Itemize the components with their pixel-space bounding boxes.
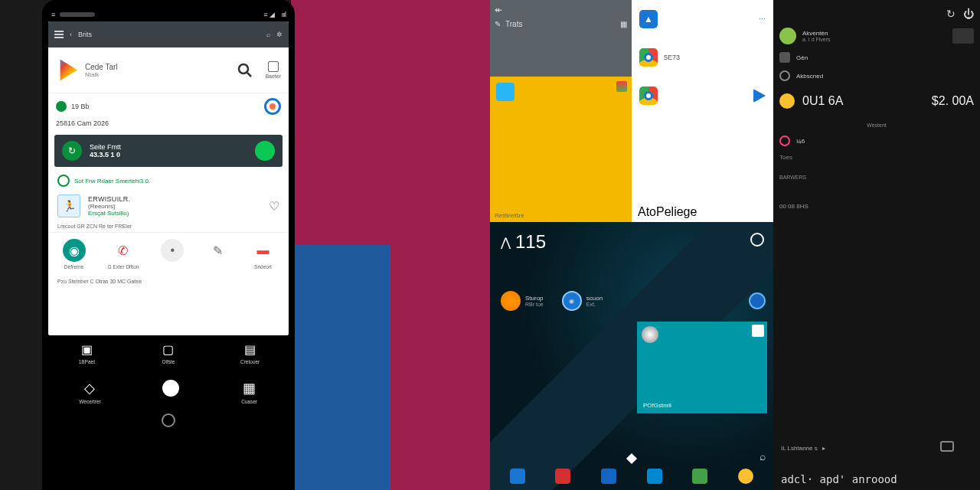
signal-icons: ≡ ◢ ıııl xyxy=(263,11,286,18)
doc-icon: ▤ xyxy=(243,341,258,357)
panel-row[interactable]: Akbscned xyxy=(779,70,974,81)
play-small-icon: ▸ xyxy=(822,445,825,452)
home-app[interactable]: SturopRBr toe xyxy=(501,291,544,311)
time-widget[interactable]: ⋀115 xyxy=(501,231,546,253)
dock-row xyxy=(490,467,773,485)
search-icon[interactable] xyxy=(233,58,257,83)
account-name: Akventèn xyxy=(802,30,831,37)
dock-app-icon[interactable] xyxy=(692,469,707,484)
quick-item[interactable]: ▬Sndeort xyxy=(251,239,274,270)
panel-row[interactable]: Gèn xyxy=(779,52,974,63)
account-row[interactable]: Akventèn a. I d Fivers xyxy=(779,28,974,44)
chrome-icon xyxy=(639,48,658,67)
rect-icon[interactable] xyxy=(940,441,954,452)
phone-screen: ‹ Brits ⌕ ✲ Cede Tarl Ntaik xyxy=(48,21,289,335)
app-row[interactable]: ▲⋯ xyxy=(632,0,773,38)
bg-stripe xyxy=(291,0,390,245)
dock-app-icon[interactable] xyxy=(647,469,662,484)
home-dot-icon xyxy=(162,380,179,397)
app-list-item[interactable]: 🏃 ERWISUILR. (Reeonrs) Ersçat Sutsllio) … xyxy=(48,191,289,220)
quick-item[interactable]: ✎ xyxy=(206,239,229,270)
action-ring-icon[interactable] xyxy=(264,98,281,115)
grid-icon: ▦ xyxy=(241,380,258,397)
nav-item[interactable]: ▤Cretooer xyxy=(211,341,289,364)
home-app[interactable]: ◉scuonExt. xyxy=(562,291,603,311)
quick-item[interactable]: ✆G Exter Difton xyxy=(108,239,139,270)
phone-icon: ✆ xyxy=(112,239,135,262)
date-label: 25816 Cam 2026 xyxy=(56,119,109,127)
nav-item[interactable]: ▣1BPaet xyxy=(48,341,126,364)
status-dot-icon xyxy=(56,101,67,112)
dock-app-icon[interactable] xyxy=(601,469,616,484)
app-row[interactable] xyxy=(632,77,773,115)
app-extra: Ersçat Sutsllio) xyxy=(88,210,261,217)
circle-icon: • xyxy=(161,239,184,262)
settings-icon[interactable]: ✲ xyxy=(276,31,283,38)
info-row: 19 Bb xyxy=(48,93,289,119)
app-row[interactable]: 5E73 xyxy=(632,38,773,77)
back-arrow-icon[interactable]: ↞ xyxy=(490,0,632,20)
play-icon xyxy=(753,89,766,103)
dock-app-icon[interactable] xyxy=(738,469,753,484)
tile-grey[interactable]: ↞ ✎Trats ▦ xyxy=(490,0,632,77)
home-screen[interactable]: ⋀115 SturopRBr toe ◉scuonExt. POfGstnril… xyxy=(490,222,773,490)
widget-icon xyxy=(642,326,658,343)
page-indicator xyxy=(626,453,637,464)
back-icon[interactable]: ‹ xyxy=(70,31,72,38)
bg-stripe xyxy=(390,245,490,490)
dock-app-icon[interactable] xyxy=(510,469,525,484)
edit-row[interactable]: ✎Trats ▦ xyxy=(490,20,632,28)
quick-item[interactable]: • xyxy=(161,239,184,270)
pen-icon: ✎ xyxy=(206,239,229,262)
app-icon: ◉ xyxy=(562,291,582,311)
search-small-icon[interactable]: ⌕ xyxy=(266,31,270,38)
more-icon: ⋯ xyxy=(759,15,766,23)
appbar-title: Brits xyxy=(78,31,92,38)
play-store-icon[interactable] xyxy=(56,60,77,81)
header-title: Cede Tarl xyxy=(85,63,225,71)
widget-teal[interactable]: POfGstnril xyxy=(637,322,767,413)
dock-item[interactable]: ▦Cuaser xyxy=(241,380,258,404)
dock-app-icon[interactable] xyxy=(555,469,570,484)
corner-icon xyxy=(752,325,764,337)
power-icon[interactable]: ⏻ xyxy=(963,8,974,20)
assistant-icon[interactable] xyxy=(749,292,766,309)
tile-label: AtoPeliege xyxy=(632,202,773,222)
weather-icon[interactable] xyxy=(750,233,764,247)
side-panel: ↻ ⏻ Akventèn a. I d Fivers Gèn Akbscned … xyxy=(773,0,980,490)
dock-item[interactable] xyxy=(162,380,179,404)
menu-icon[interactable]: ≡ xyxy=(51,11,55,18)
app-icon: 🏃 xyxy=(57,194,80,217)
thumb-icon xyxy=(952,28,974,44)
bg-stripe xyxy=(390,0,490,245)
device-icon: ▢ xyxy=(161,341,176,357)
panel-row[interactable]: Toes xyxy=(779,154,974,161)
tile-yellow[interactable]: RetBreißre xyxy=(490,77,632,222)
bottom-item[interactable]: IL Lshtanne s▸ xyxy=(781,445,825,452)
home-button[interactable] xyxy=(162,413,175,427)
power-icon: ↻ xyxy=(62,141,82,161)
nav-item[interactable]: ▢Oifste xyxy=(130,341,207,364)
app-sub: (Reeonrs) xyxy=(88,203,261,210)
heart-icon[interactable]: ♡ xyxy=(269,199,279,214)
section-label: BARWERS xyxy=(779,175,974,180)
widget-label: POfGstnril xyxy=(643,402,671,409)
status-bar: ≡ ≡ ◢ ıııl xyxy=(48,8,289,21)
row-icon xyxy=(779,70,790,81)
app-bar: ‹ Brits ⌕ ✲ xyxy=(48,21,289,47)
hamburger-icon[interactable] xyxy=(54,31,64,38)
search-glyph-icon[interactable]: ⌕ xyxy=(760,450,766,462)
quick-item[interactable]: ◉Defrerne xyxy=(63,239,86,270)
featured-card[interactable]: ↻ Seite Fmtt 43.3.5 1 0 xyxy=(54,135,283,167)
refresh-icon[interactable]: ↻ xyxy=(946,8,956,20)
balance-amount-2: $2. 00A xyxy=(932,94,974,108)
pink-dot-icon xyxy=(779,136,790,146)
baser-button[interactable]: Baeter xyxy=(265,61,281,79)
dock-item[interactable]: ◇Wecertrer xyxy=(79,380,100,404)
svg-point-0 xyxy=(239,64,248,74)
download-icon[interactable] xyxy=(255,141,275,161)
status-line: Sot Frw Rdaer Smertehi3 0. xyxy=(48,170,289,191)
app-tile-icon[interactable] xyxy=(496,83,514,101)
bottom-nav: ▣1BPaet ▢Oifste ▤Cretooer xyxy=(48,335,289,371)
panel-row[interactable]: ¼6 xyxy=(779,136,974,146)
